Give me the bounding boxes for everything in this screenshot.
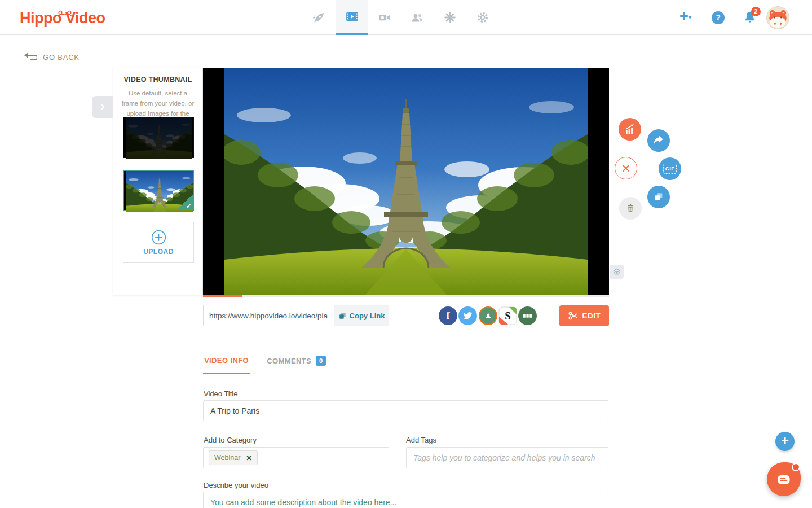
gif-icon: GIF: [663, 164, 677, 174]
hippo-video-app: Hippo Video: [0, 0, 812, 508]
go-back-label: GO BACK: [43, 53, 80, 62]
hippo-doodle-icon: [55, 9, 75, 18]
main-nav: [303, 0, 499, 35]
category-chip-webinar: Webinar ✕: [209, 450, 258, 465]
svg-text:S: S: [505, 310, 511, 322]
upload-label: UPLOAD: [143, 248, 174, 256]
scissors-icon: [568, 310, 579, 321]
video-title-input[interactable]: [203, 400, 608, 421]
users-icon: [411, 11, 424, 24]
thumbnail-panel-title: VIDEO THUMBNAIL: [113, 76, 202, 84]
video-title-label: Video Title: [204, 389, 237, 398]
floating-add-button[interactable]: +: [775, 432, 795, 451]
edit-video-button[interactable]: EDIT: [559, 305, 609, 326]
upload-thumbnail-button[interactable]: UPLOAD: [123, 222, 194, 263]
facebook-icon: f: [447, 310, 450, 322]
share-arrow-icon: [652, 134, 665, 147]
tab-comments[interactable]: COMMENTS 0: [266, 351, 327, 374]
share-button[interactable]: [647, 129, 670, 152]
category-input[interactable]: Webinar ✕: [203, 447, 389, 468]
share-google-classroom-button[interactable]: [479, 306, 497, 325]
hippo-avatar-icon: [767, 7, 789, 29]
google-classroom-icon: [484, 312, 493, 321]
upload-plus-icon: [151, 230, 166, 245]
detail-tabs: VIDEO INFO COMMENTS 0: [203, 351, 609, 374]
close-x-icon: [621, 163, 631, 173]
duplicate-button[interactable]: [647, 186, 670, 208]
nav-tab-contacts[interactable]: [401, 0, 434, 35]
description-textarea[interactable]: You can add some description about the v…: [203, 492, 608, 508]
caret-down-icon: ▾: [689, 14, 692, 20]
tags-input[interactable]: [406, 447, 608, 468]
integrations-icon: [443, 11, 457, 24]
nav-tab-settings[interactable]: [466, 0, 499, 35]
share-twitter-button[interactable]: [458, 306, 477, 325]
stats-chart-icon: [624, 123, 636, 135]
copy-icon: [338, 312, 347, 320]
trash-button[interactable]: [619, 197, 642, 220]
share-facebook-button[interactable]: f: [439, 306, 457, 325]
nav-tab-record[interactable]: [368, 0, 401, 35]
s-app-icon: S: [498, 306, 517, 325]
help-button[interactable]: ?: [712, 11, 725, 24]
comments-count-badge: 0: [316, 356, 326, 366]
check-icon: ✓: [186, 202, 192, 210]
delete-close-button[interactable]: [615, 157, 637, 179]
thumbnail-option-dark[interactable]: [123, 117, 194, 158]
three-bars-icon: [522, 310, 533, 322]
back-arrow-icon: [23, 52, 37, 63]
create-new-menu[interactable]: +▾: [679, 8, 691, 25]
video-frame-eiffel-tower: [224, 68, 588, 295]
comments-tab-label: COMMENTS: [267, 357, 311, 365]
video-info-tab-label: VIDEO INFO: [204, 356, 249, 365]
selected-check-corner: ✓: [177, 194, 193, 210]
chevron-right-icon: ›: [100, 98, 105, 113]
description-label: Describe your video: [204, 481, 268, 489]
layers-button[interactable]: [610, 265, 624, 279]
video-thumbnail-panel: › VIDEO THUMBNAIL Use default, select a …: [113, 68, 203, 295]
trash-icon: [625, 203, 636, 214]
notification-count-badge: 2: [751, 7, 761, 16]
category-label: Add to Category: [204, 436, 257, 444]
video-player[interactable]: [203, 68, 609, 295]
nav-tab-video-library[interactable]: [336, 0, 368, 35]
hippo-video-logo[interactable]: Hippo Video: [20, 10, 105, 27]
settings-gear-icon: [476, 11, 489, 24]
thumbnail-dark-image: [126, 117, 192, 159]
nav-tab-integrations[interactable]: [434, 0, 466, 35]
help-icon: ?: [716, 13, 721, 22]
copy-link-button[interactable]: Copy Link: [334, 305, 389, 326]
panel-collapse-handle[interactable]: ›: [92, 96, 113, 118]
layers-icon: [612, 267, 622, 277]
share-dots-app-button[interactable]: [518, 306, 537, 325]
nav-tab-launch[interactable]: [303, 0, 336, 35]
plus-icon: +: [781, 433, 789, 448]
top-navbar: Hippo Video: [0, 0, 812, 35]
video-url-input[interactable]: [203, 305, 334, 326]
copy-link-label: Copy Link: [350, 312, 385, 320]
video-progress-fill: [203, 295, 242, 297]
video-library-icon: [345, 10, 359, 24]
stats-button[interactable]: [619, 118, 641, 141]
chat-bubble-icon: [776, 471, 792, 487]
create-gif-button[interactable]: GIF: [659, 157, 681, 180]
tab-video-info[interactable]: VIDEO INFO: [203, 351, 250, 374]
twitter-bird-icon: [462, 310, 473, 321]
record-camera-icon: [378, 11, 391, 24]
tags-label: Add Tags: [406, 436, 436, 444]
chip-label: Webinar: [214, 454, 240, 462]
edit-label: EDIT: [582, 312, 601, 320]
share-s-app-button[interactable]: S: [498, 306, 517, 325]
video-progress-bar[interactable]: [203, 295, 609, 297]
plus-icon: +: [679, 8, 689, 25]
chat-notification-dot: [792, 463, 800, 471]
user-avatar[interactable]: [766, 6, 789, 29]
remove-chip-icon[interactable]: ✕: [246, 454, 252, 462]
thumbnail-option-selected[interactable]: ✓: [123, 170, 194, 211]
duplicate-icon: [652, 191, 665, 203]
rocket-icon: [312, 11, 326, 24]
go-back-button[interactable]: GO BACK: [23, 52, 80, 63]
